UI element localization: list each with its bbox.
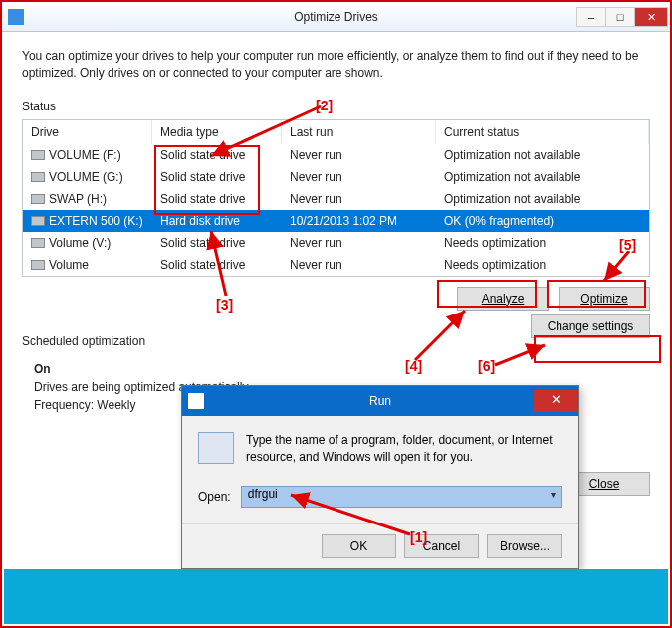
run-close-button[interactable]: ✕ (534, 390, 577, 412)
scheduled-on: On (34, 362, 650, 376)
media-type: Solid state drive (152, 258, 282, 272)
drive-name: Volume (V:) (49, 236, 111, 250)
taskbar-strip (4, 569, 668, 624)
drive-name: Volume (49, 258, 89, 272)
table-row[interactable]: Volume (V:)Solid state driveNever runNee… (23, 232, 649, 254)
last-run: 10/21/2013 1:02 PM (282, 214, 436, 228)
last-run: Never run (282, 258, 436, 272)
disk-icon (31, 150, 45, 160)
window-title: Optimize Drives (294, 10, 378, 24)
table-header: Drive Media type Last run Current status (23, 120, 649, 144)
window-close-button[interactable]: ✕ (634, 7, 668, 27)
open-label: Open: (198, 490, 231, 504)
table-row[interactable]: VOLUME (F:)Solid state driveNever runOpt… (23, 144, 649, 166)
run-cancel-button[interactable]: Cancel (404, 534, 479, 558)
media-type: Solid state drive (152, 192, 282, 206)
media-type: Hard disk drive (152, 214, 282, 228)
last-run: Never run (282, 170, 436, 184)
window-description: You can optimize your drives to help you… (22, 48, 650, 82)
header-status[interactable]: Current status (436, 120, 649, 144)
run-icon (188, 393, 204, 409)
analyze-button[interactable]: Analyze (457, 287, 549, 311)
optimize-button[interactable]: Optimize (559, 287, 650, 311)
run-titlebar: Run ✕ (182, 386, 578, 416)
drive-list[interactable]: Drive Media type Last run Current status… (22, 119, 650, 277)
header-drive[interactable]: Drive (23, 120, 152, 144)
minimize-button[interactable]: – (576, 7, 606, 27)
last-run: Never run (282, 236, 436, 250)
status-label: Status (22, 100, 650, 113)
drive-name: SWAP (H:) (49, 192, 107, 206)
current-status: Needs optimization (436, 258, 649, 272)
disk-icon (31, 172, 45, 182)
app-icon (8, 9, 24, 25)
disk-icon (31, 216, 45, 226)
table-row[interactable]: VOLUME (G:)Solid state driveNever runOpt… (23, 166, 649, 188)
run-ok-button[interactable]: OK (322, 534, 396, 558)
last-run: Never run (282, 148, 436, 162)
current-status: OK (0% fragmented) (436, 214, 649, 228)
last-run: Never run (282, 192, 436, 206)
current-status: Optimization not available (436, 148, 649, 162)
run-description: Type the name of a program, folder, docu… (246, 432, 562, 466)
disk-icon (31, 238, 45, 248)
run-browse-button[interactable]: Browse... (487, 534, 562, 558)
current-status: Needs optimization (436, 236, 649, 250)
disk-icon (31, 260, 45, 270)
table-row[interactable]: VolumeSolid state driveNever runNeeds op… (23, 254, 649, 276)
media-type: Solid state drive (152, 236, 282, 250)
table-row[interactable]: SWAP (H:)Solid state driveNever runOptim… (23, 188, 649, 210)
window-titlebar: Optimize Drives – □ ✕ (2, 2, 670, 32)
header-media[interactable]: Media type (152, 120, 282, 144)
current-status: Optimization not available (436, 192, 649, 206)
run-dialog: Run ✕ Type the name of a program, folder… (181, 385, 579, 569)
media-type: Solid state drive (152, 170, 282, 184)
open-input[interactable]: dfrgui (241, 486, 562, 508)
drive-name: VOLUME (G:) (49, 170, 123, 184)
header-last-run[interactable]: Last run (282, 120, 436, 144)
disk-icon (31, 194, 45, 204)
drive-name: EXTERN 500 (K:) (49, 214, 143, 228)
change-settings-button[interactable]: Change settings (531, 314, 650, 338)
run-title: Run (369, 394, 391, 408)
media-type: Solid state drive (152, 148, 282, 162)
current-status: Optimization not available (436, 170, 649, 184)
drive-name: VOLUME (F:) (49, 148, 121, 162)
maximize-button[interactable]: □ (605, 7, 635, 27)
table-row[interactable]: EXTERN 500 (K:)Hard disk drive10/21/2013… (23, 210, 649, 232)
run-app-icon (198, 432, 234, 464)
